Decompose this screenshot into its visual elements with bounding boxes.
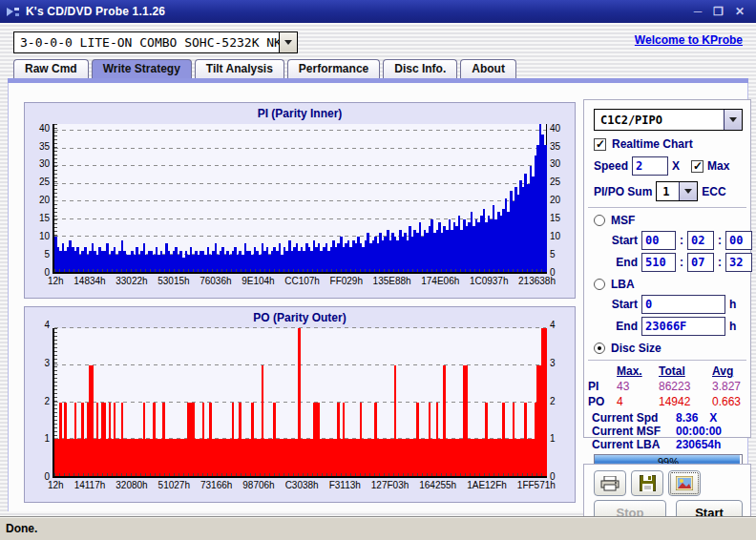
max-label: Max xyxy=(707,159,729,173)
mode-selector-value: C1C2/PIPO xyxy=(595,110,724,130)
po-plot-area xyxy=(52,328,547,478)
po-y-axis-left: 01234 xyxy=(28,326,52,478)
speed-input[interactable]: 2 xyxy=(632,156,668,176)
lba-radio[interactable] xyxy=(594,279,605,290)
status-bar: Done. xyxy=(0,516,756,540)
chevron-down-icon[interactable] xyxy=(679,182,697,200)
disc-size-radio[interactable] xyxy=(594,343,605,354)
printer-icon xyxy=(600,476,620,491)
msf-radio-row: MSF xyxy=(594,214,635,227)
status-text: Done. xyxy=(6,522,37,535)
lba-start-input[interactable]: 0 xyxy=(641,295,725,314)
current-speed-row: Current Spd 8.36 X xyxy=(592,411,717,425)
stats-header-row: Max. Total Avg xyxy=(588,364,748,378)
window-title: K's CD/DVD Probe 1.1.26 xyxy=(26,5,165,18)
window-body: 3-0-0-0 LITE-ON COMBO SOHC-5232K NK07 We… xyxy=(0,23,756,516)
po-chart-title: PO (Parity Outer) xyxy=(25,307,575,326)
pi-stats-row: PI 43 86223 3.827 xyxy=(588,380,748,393)
speed-unit-label: X xyxy=(672,159,680,173)
drive-selector-value: 3-0-0-0 LITE-ON COMBO SOHC-5232K NK07 xyxy=(14,32,279,52)
speed-label: Speed xyxy=(594,159,628,173)
realtime-chart-checkbox[interactable] xyxy=(594,138,606,151)
lba-end-input[interactable]: 23066F xyxy=(641,317,725,336)
save-button[interactable] xyxy=(631,470,663,496)
current-lba-row: Current LBA 230654h xyxy=(592,438,721,451)
save-chart-image-button[interactable] xyxy=(668,470,701,496)
tab-raw-cmd[interactable]: Raw Cmd xyxy=(13,59,89,78)
po-stats-row: PO 4 14942 0.663 xyxy=(588,395,748,408)
lba-radio-row: LBA xyxy=(594,278,635,291)
window-controls: ─ ❒ ✕ xyxy=(694,6,750,17)
disc-size-label: Disc Size xyxy=(611,342,662,355)
pipo-sum-selector[interactable]: 1 xyxy=(656,181,698,201)
pipo-sum-label: PI/PO Sum xyxy=(594,185,652,198)
pi-plot-area xyxy=(52,124,547,274)
ecc-label: ECC xyxy=(702,185,725,198)
welcome-link[interactable]: Welcome to KProbe xyxy=(635,33,743,47)
tab-bar: Raw Cmd Write Strategy Tilt Analysis Per… xyxy=(13,59,516,78)
tab-performance[interactable]: Performance xyxy=(287,59,380,78)
current-lba-value: 230654h xyxy=(676,438,721,451)
floppy-disk-icon xyxy=(640,475,656,491)
tab-about[interactable]: About xyxy=(460,59,516,78)
realtime-chart-row: Realtime Chart xyxy=(594,137,693,151)
welcome-link-wrap: Welcome to KProbe xyxy=(635,31,743,48)
image-icon xyxy=(676,476,693,490)
title-bar: K's CD/DVD Probe 1.1.26 ─ ❒ ✕ xyxy=(0,0,756,23)
msf-radio[interactable] xyxy=(594,215,605,226)
current-msf-row: Current MSF 00:00:00 xyxy=(592,425,722,438)
msf-end-s-input[interactable]: 07 xyxy=(687,253,714,272)
max-speed-checkbox[interactable] xyxy=(691,160,704,173)
lba-end-row: End 23066F h xyxy=(605,317,736,336)
current-speed-value: 8.36 xyxy=(676,411,698,425)
msf-start-m-input[interactable]: 00 xyxy=(641,231,676,250)
tab-disc-info[interactable]: Disc Info. xyxy=(383,59,457,78)
msf-end-row: End 510 : 07 : 32 xyxy=(605,253,752,272)
current-msf-value: 00:00:00 xyxy=(676,425,722,438)
msf-end-m-input[interactable]: 510 xyxy=(641,253,676,272)
pi-y-axis-left: 0510152025303540 xyxy=(28,122,52,274)
tab-content: PI (Parity Inner) 0510152025303540 05101… xyxy=(8,83,748,511)
realtime-chart-label: Realtime Chart xyxy=(612,137,693,151)
drive-selector[interactable]: 3-0-0-0 LITE-ON COMBO SOHC-5232K NK07 xyxy=(13,31,298,53)
app-window: K's CD/DVD Probe 1.1.26 ─ ❒ ✕ 3-0-0-0 LI… xyxy=(0,0,756,540)
pi-y-axis-right: 0510152025303540 xyxy=(547,122,572,274)
po-x-axis-labels: 12h14117h32080h51027h73166h98706hC3038hF… xyxy=(48,480,556,490)
msf-label: MSF xyxy=(611,214,635,227)
divider xyxy=(588,360,746,361)
chevron-down-icon[interactable] xyxy=(724,110,742,130)
po-y-axis-right: 01234 xyxy=(547,326,572,478)
divider xyxy=(588,207,746,208)
msf-start-s-input[interactable]: 02 xyxy=(687,231,714,250)
tab-write-strategy[interactable]: Write Strategy xyxy=(92,59,192,78)
msf-end-f-input[interactable]: 32 xyxy=(725,253,752,272)
pi-x-axis-labels: 12h14834h33022h53015h76036h9E104hCC107hF… xyxy=(48,276,556,286)
close-button[interactable]: ✕ xyxy=(735,6,745,17)
speed-row: Speed 2 X Max xyxy=(594,156,729,176)
lba-label: LBA xyxy=(611,278,635,291)
lba-start-row: Start 0 h xyxy=(605,295,736,314)
po-chart-panel: PO (Parity Outer) 01234 01234 12h14117h3… xyxy=(24,306,576,503)
pipo-sum-row: PI/PO Sum 1 ECC xyxy=(594,181,726,201)
print-button[interactable] xyxy=(594,470,626,496)
tab-tilt-analysis[interactable]: Tilt Analysis xyxy=(195,59,284,78)
minimize-button[interactable]: ─ xyxy=(694,6,703,17)
app-icon xyxy=(6,6,20,18)
mode-selector[interactable]: C1C2/PIPO xyxy=(594,109,743,131)
pi-chart-title: PI (Parity Inner) xyxy=(25,103,575,122)
pi-chart-panel: PI (Parity Inner) 0510152025303540 05101… xyxy=(24,102,576,299)
msf-start-f-input[interactable]: 00 xyxy=(725,231,752,250)
chevron-down-icon[interactable] xyxy=(279,32,297,52)
disc-size-radio-row: Disc Size xyxy=(594,342,662,355)
msf-start-row: Start 00 : 02 : 00 xyxy=(605,231,752,250)
scan-settings-group: C1C2/PIPO Realtime Chart Speed 2 X Max P… xyxy=(583,99,751,438)
maximize-button[interactable]: ❒ xyxy=(713,6,724,17)
